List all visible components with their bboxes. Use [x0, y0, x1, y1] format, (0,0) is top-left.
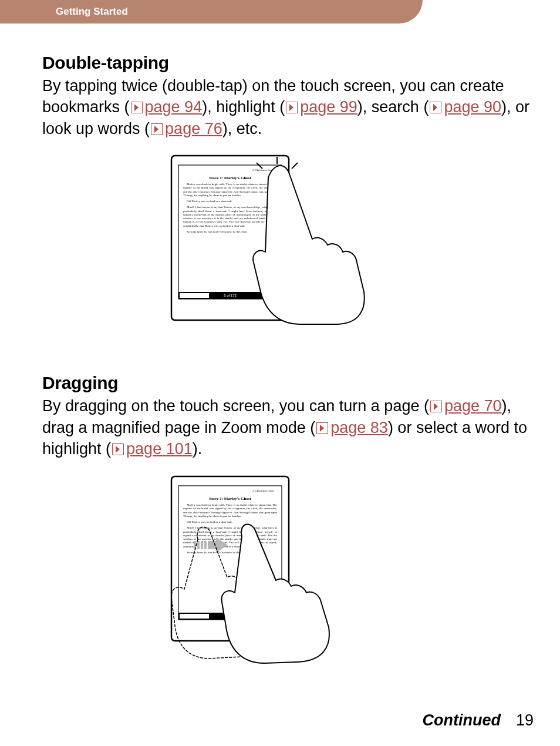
link-page-90[interactable]: page 90	[444, 98, 501, 116]
crossref-icon	[316, 422, 328, 434]
page-footer: Continued19	[422, 711, 534, 730]
illus2-book-title: A Christmas Carol	[252, 489, 275, 492]
dragging-body: By dragging on the touch screen, you can…	[42, 395, 535, 459]
illus-chapter: Stave 1: Marley's Ghost	[209, 176, 251, 180]
illus-page-indicator: 5 of 172	[224, 294, 237, 297]
section-double-tapping: Double-tapping By tapping twice (double-…	[42, 53, 535, 327]
text-run: ).	[193, 440, 203, 458]
crossref-icon	[112, 443, 124, 455]
text-run: ), etc.	[222, 120, 262, 137]
illus-para2: Old Marley was as dead as a door-nail.	[183, 200, 277, 203]
page-content: Double-tapping By tapping twice (double-…	[42, 53, 535, 666]
link-page-76[interactable]: page 76	[165, 120, 222, 137]
section-title-dragging: Dragging	[42, 373, 535, 393]
link-page-94[interactable]: page 94	[145, 98, 203, 116]
hand-icon	[253, 166, 365, 324]
svg-rect-3	[180, 293, 209, 298]
header-tab: Getting Started	[0, 0, 423, 23]
link-page-70[interactable]: page 70	[444, 397, 502, 415]
illus2-para2: Old Marley was as dead as a door-nail.	[183, 520, 277, 524]
link-page-101[interactable]: page 101	[126, 440, 193, 458]
crossref-icon	[131, 102, 143, 113]
text-run: By dragging on the touch screen, you can…	[42, 397, 429, 415]
svg-line-4	[257, 163, 262, 169]
svg-rect-10	[180, 614, 209, 619]
text-run: ), highlight (	[202, 98, 285, 116]
page-number: 19	[516, 711, 534, 729]
crossref-icon	[151, 123, 163, 135]
illus2-chapter: Stave 1: Marley's Ghost	[209, 496, 251, 501]
text-run: ), search (	[357, 98, 429, 116]
double-tapping-body: By tapping twice (double-tap) on the tou…	[42, 75, 535, 139]
breadcrumb: Getting Started	[56, 6, 128, 18]
link-page-99[interactable]: page 99	[300, 98, 357, 116]
crossref-icon	[430, 401, 442, 412]
link-page-83[interactable]: page 83	[330, 419, 388, 436]
continued-label: Continued	[422, 711, 500, 729]
dragging-illustration: A Christmas Carol Stave 1: Marley's Ghos…	[160, 472, 418, 666]
illus2-para1: Marley was dead: to begin with. There is…	[183, 503, 277, 518]
double-tap-illustration: A Christmas Carol Stave 1: Marley's Ghos…	[160, 151, 418, 327]
illus-para3: Mind! I don't mean to say that I know, o…	[183, 206, 277, 228]
crossref-icon	[286, 102, 298, 113]
svg-line-6	[292, 163, 298, 169]
illus-para1: Marley was dead: to begin with. There is…	[183, 183, 277, 197]
section-dragging: Dragging By dragging on the touch screen…	[42, 373, 535, 665]
illus-para4: Scrooge knew he was dead? Of course he d…	[183, 230, 277, 234]
crossref-icon	[430, 102, 441, 113]
section-title-double-tapping: Double-tapping	[42, 53, 535, 73]
